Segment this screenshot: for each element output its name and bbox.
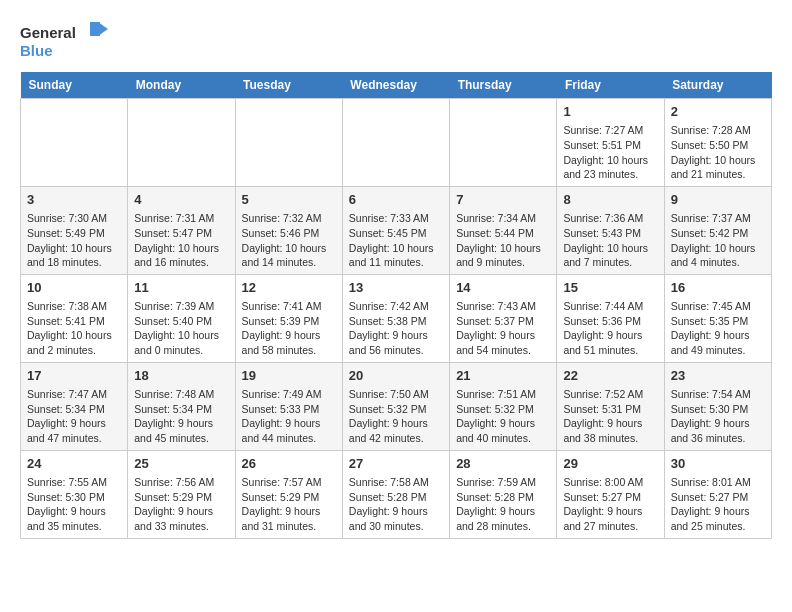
day-content: Sunrise: 7:42 AM Sunset: 5:38 PM Dayligh… [349, 299, 443, 358]
calendar-cell: 17Sunrise: 7:47 AM Sunset: 5:34 PM Dayli… [21, 362, 128, 450]
day-number: 24 [27, 455, 121, 473]
day-number: 15 [563, 279, 657, 297]
calendar-cell: 15Sunrise: 7:44 AM Sunset: 5:36 PM Dayli… [557, 274, 664, 362]
calendar-cell: 5Sunrise: 7:32 AM Sunset: 5:46 PM Daylig… [235, 186, 342, 274]
day-number: 9 [671, 191, 765, 209]
day-content: Sunrise: 7:27 AM Sunset: 5:51 PM Dayligh… [563, 123, 657, 182]
day-content: Sunrise: 7:31 AM Sunset: 5:47 PM Dayligh… [134, 211, 228, 270]
calendar-cell: 4Sunrise: 7:31 AM Sunset: 5:47 PM Daylig… [128, 186, 235, 274]
day-content: Sunrise: 7:44 AM Sunset: 5:36 PM Dayligh… [563, 299, 657, 358]
day-number: 8 [563, 191, 657, 209]
calendar-cell: 3Sunrise: 7:30 AM Sunset: 5:49 PM Daylig… [21, 186, 128, 274]
calendar-cell: 2Sunrise: 7:28 AM Sunset: 5:50 PM Daylig… [664, 99, 771, 187]
calendar-cell: 26Sunrise: 7:57 AM Sunset: 5:29 PM Dayli… [235, 450, 342, 538]
day-content: Sunrise: 7:58 AM Sunset: 5:28 PM Dayligh… [349, 475, 443, 534]
day-number: 21 [456, 367, 550, 385]
header: General Blue [20, 20, 772, 62]
calendar-cell: 13Sunrise: 7:42 AM Sunset: 5:38 PM Dayli… [342, 274, 449, 362]
calendar-cell: 30Sunrise: 8:01 AM Sunset: 5:27 PM Dayli… [664, 450, 771, 538]
day-content: Sunrise: 7:55 AM Sunset: 5:30 PM Dayligh… [27, 475, 121, 534]
day-content: Sunrise: 7:32 AM Sunset: 5:46 PM Dayligh… [242, 211, 336, 270]
header-cell-tuesday: Tuesday [235, 72, 342, 99]
calendar-cell: 23Sunrise: 7:54 AM Sunset: 5:30 PM Dayli… [664, 362, 771, 450]
day-content: Sunrise: 7:38 AM Sunset: 5:41 PM Dayligh… [27, 299, 121, 358]
day-content: Sunrise: 7:52 AM Sunset: 5:31 PM Dayligh… [563, 387, 657, 446]
calendar-cell [128, 99, 235, 187]
day-number: 19 [242, 367, 336, 385]
day-number: 2 [671, 103, 765, 121]
header-cell-saturday: Saturday [664, 72, 771, 99]
day-number: 12 [242, 279, 336, 297]
day-number: 28 [456, 455, 550, 473]
calendar-cell: 21Sunrise: 7:51 AM Sunset: 5:32 PM Dayli… [450, 362, 557, 450]
header-cell-sunday: Sunday [21, 72, 128, 99]
day-number: 29 [563, 455, 657, 473]
calendar-cell [235, 99, 342, 187]
header-cell-wednesday: Wednesday [342, 72, 449, 99]
svg-text:General: General [20, 24, 76, 41]
day-content: Sunrise: 7:57 AM Sunset: 5:29 PM Dayligh… [242, 475, 336, 534]
calendar-cell: 25Sunrise: 7:56 AM Sunset: 5:29 PM Dayli… [128, 450, 235, 538]
calendar-cell: 18Sunrise: 7:48 AM Sunset: 5:34 PM Dayli… [128, 362, 235, 450]
day-number: 26 [242, 455, 336, 473]
day-content: Sunrise: 7:39 AM Sunset: 5:40 PM Dayligh… [134, 299, 228, 358]
day-number: 27 [349, 455, 443, 473]
day-content: Sunrise: 7:56 AM Sunset: 5:29 PM Dayligh… [134, 475, 228, 534]
day-content: Sunrise: 7:43 AM Sunset: 5:37 PM Dayligh… [456, 299, 550, 358]
calendar-cell: 9Sunrise: 7:37 AM Sunset: 5:42 PM Daylig… [664, 186, 771, 274]
calendar-cell [21, 99, 128, 187]
week-row-2: 3Sunrise: 7:30 AM Sunset: 5:49 PM Daylig… [21, 186, 772, 274]
day-number: 10 [27, 279, 121, 297]
header-cell-friday: Friday [557, 72, 664, 99]
day-number: 30 [671, 455, 765, 473]
day-number: 7 [456, 191, 550, 209]
logo: General Blue [20, 20, 110, 62]
day-content: Sunrise: 7:48 AM Sunset: 5:34 PM Dayligh… [134, 387, 228, 446]
day-content: Sunrise: 7:34 AM Sunset: 5:44 PM Dayligh… [456, 211, 550, 270]
calendar-cell: 22Sunrise: 7:52 AM Sunset: 5:31 PM Dayli… [557, 362, 664, 450]
day-content: Sunrise: 7:30 AM Sunset: 5:49 PM Dayligh… [27, 211, 121, 270]
day-number: 11 [134, 279, 228, 297]
day-number: 23 [671, 367, 765, 385]
calendar-table: SundayMondayTuesdayWednesdayThursdayFrid… [20, 72, 772, 539]
day-content: Sunrise: 7:33 AM Sunset: 5:45 PM Dayligh… [349, 211, 443, 270]
calendar-cell: 6Sunrise: 7:33 AM Sunset: 5:45 PM Daylig… [342, 186, 449, 274]
day-content: Sunrise: 7:51 AM Sunset: 5:32 PM Dayligh… [456, 387, 550, 446]
calendar-cell [342, 99, 449, 187]
day-number: 3 [27, 191, 121, 209]
svg-rect-3 [90, 22, 100, 36]
calendar-cell: 19Sunrise: 7:49 AM Sunset: 5:33 PM Dayli… [235, 362, 342, 450]
day-number: 14 [456, 279, 550, 297]
day-number: 13 [349, 279, 443, 297]
day-content: Sunrise: 8:00 AM Sunset: 5:27 PM Dayligh… [563, 475, 657, 534]
calendar-cell: 12Sunrise: 7:41 AM Sunset: 5:39 PM Dayli… [235, 274, 342, 362]
logo-svg: General Blue [20, 20, 110, 62]
calendar-cell: 10Sunrise: 7:38 AM Sunset: 5:41 PM Dayli… [21, 274, 128, 362]
calendar-cell: 16Sunrise: 7:45 AM Sunset: 5:35 PM Dayli… [664, 274, 771, 362]
day-number: 4 [134, 191, 228, 209]
calendar-cell: 27Sunrise: 7:58 AM Sunset: 5:28 PM Dayli… [342, 450, 449, 538]
day-number: 20 [349, 367, 443, 385]
day-content: Sunrise: 7:50 AM Sunset: 5:32 PM Dayligh… [349, 387, 443, 446]
week-row-1: 1Sunrise: 7:27 AM Sunset: 5:51 PM Daylig… [21, 99, 772, 187]
day-number: 1 [563, 103, 657, 121]
day-number: 17 [27, 367, 121, 385]
day-content: Sunrise: 7:28 AM Sunset: 5:50 PM Dayligh… [671, 123, 765, 182]
week-row-5: 24Sunrise: 7:55 AM Sunset: 5:30 PM Dayli… [21, 450, 772, 538]
day-number: 16 [671, 279, 765, 297]
day-content: Sunrise: 7:54 AM Sunset: 5:30 PM Dayligh… [671, 387, 765, 446]
day-number: 18 [134, 367, 228, 385]
day-number: 6 [349, 191, 443, 209]
day-number: 5 [242, 191, 336, 209]
day-number: 22 [563, 367, 657, 385]
day-content: Sunrise: 7:37 AM Sunset: 5:42 PM Dayligh… [671, 211, 765, 270]
calendar-cell: 20Sunrise: 7:50 AM Sunset: 5:32 PM Dayli… [342, 362, 449, 450]
week-row-4: 17Sunrise: 7:47 AM Sunset: 5:34 PM Dayli… [21, 362, 772, 450]
day-number: 25 [134, 455, 228, 473]
day-content: Sunrise: 7:41 AM Sunset: 5:39 PM Dayligh… [242, 299, 336, 358]
calendar-cell: 14Sunrise: 7:43 AM Sunset: 5:37 PM Dayli… [450, 274, 557, 362]
day-content: Sunrise: 7:45 AM Sunset: 5:35 PM Dayligh… [671, 299, 765, 358]
calendar-cell: 24Sunrise: 7:55 AM Sunset: 5:30 PM Dayli… [21, 450, 128, 538]
calendar-cell: 1Sunrise: 7:27 AM Sunset: 5:51 PM Daylig… [557, 99, 664, 187]
header-cell-thursday: Thursday [450, 72, 557, 99]
